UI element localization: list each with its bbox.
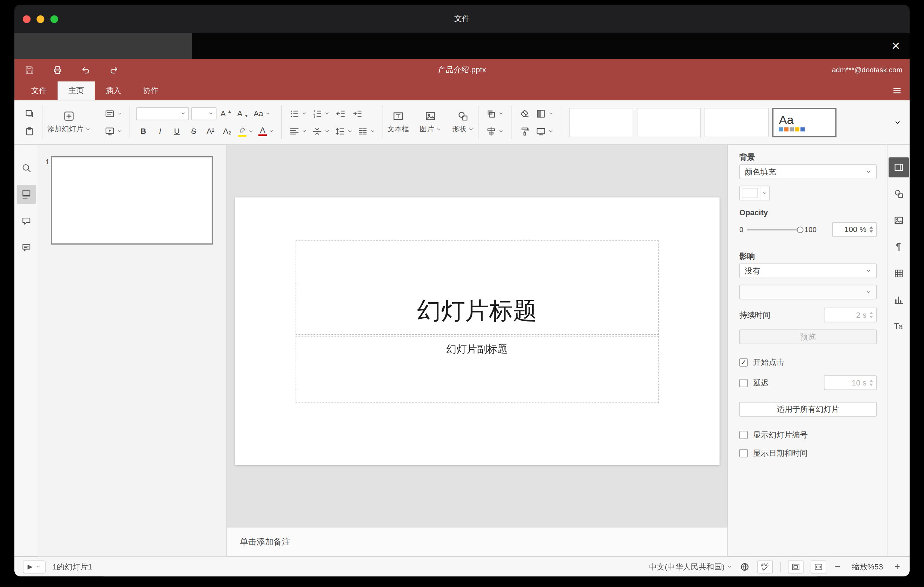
apply-to-all-slides-button[interactable]: 适用于所有幻灯片 bbox=[739, 402, 876, 417]
insert-textbox-button[interactable]: 文本框 bbox=[385, 110, 411, 134]
duration-spinner[interactable]: 2 s bbox=[824, 308, 876, 322]
fit-width-button[interactable] bbox=[811, 560, 827, 573]
tab-file[interactable]: 文件 bbox=[20, 81, 58, 101]
background-panel bbox=[15, 33, 192, 59]
slide-size-button[interactable] bbox=[534, 124, 555, 138]
start-on-click-checkbox[interactable]: ✓ bbox=[739, 358, 748, 367]
zoom-out-button[interactable]: − bbox=[834, 561, 842, 572]
font-name-combo[interactable] bbox=[136, 107, 189, 120]
language-selector[interactable]: 中文(中华人民共和国) bbox=[649, 561, 732, 572]
clear-style-button[interactable] bbox=[518, 106, 532, 120]
opacity-spinner[interactable]: 100 % bbox=[832, 222, 876, 237]
paragraph-settings-button[interactable]: ¶ bbox=[888, 237, 909, 257]
strikeout-button[interactable]: S bbox=[186, 124, 201, 138]
text-art-settings-button[interactable]: Ta bbox=[888, 316, 909, 336]
italic-button[interactable]: I bbox=[153, 124, 167, 138]
divider bbox=[780, 561, 781, 572]
search-button[interactable] bbox=[16, 159, 36, 178]
slide-layout-button[interactable] bbox=[103, 106, 124, 120]
insert-image-button[interactable]: 图片 bbox=[417, 110, 444, 134]
comments-button[interactable] bbox=[16, 212, 36, 231]
show-datetime-checkbox[interactable]: ✓ bbox=[739, 449, 748, 457]
undo-button[interactable] bbox=[78, 63, 93, 78]
arrange-shape-button[interactable] bbox=[485, 106, 505, 120]
color-scheme-button[interactable] bbox=[534, 106, 555, 120]
image-settings-button[interactable] bbox=[888, 210, 909, 230]
show-slide-number-checkbox[interactable]: ✓ bbox=[739, 431, 748, 439]
change-case-button[interactable]: Aa bbox=[252, 106, 271, 120]
theme-tile-selected[interactable]: Aa bbox=[772, 107, 837, 137]
bullets-button[interactable] bbox=[288, 106, 308, 120]
opacity-slider-handle[interactable] bbox=[797, 226, 803, 233]
theme-tile[interactable] bbox=[569, 107, 633, 137]
decrease-indent-button[interactable] bbox=[333, 106, 348, 120]
decrease-font-button[interactable]: A▼ bbox=[236, 106, 250, 120]
delay-value: 10 s bbox=[852, 378, 866, 387]
chat-button[interactable] bbox=[16, 238, 36, 257]
superscript-button[interactable]: A² bbox=[203, 124, 218, 138]
insert-shape-button[interactable]: 形状 bbox=[450, 110, 476, 134]
shape-settings-button[interactable] bbox=[888, 184, 909, 204]
print-button[interactable] bbox=[50, 63, 65, 78]
font-color-button[interactable]: A bbox=[257, 124, 275, 138]
effect-type-select[interactable] bbox=[739, 285, 876, 300]
bold-button[interactable]: B bbox=[136, 124, 150, 138]
slide-thumbnail[interactable] bbox=[51, 156, 213, 245]
collapse-toolbar-button[interactable] bbox=[894, 119, 901, 126]
play-icon: ▶ bbox=[28, 563, 33, 571]
zoom-in-button[interactable]: + bbox=[893, 561, 901, 572]
slides-panel-button[interactable] bbox=[16, 185, 36, 204]
subscript-button[interactable]: A₂ bbox=[220, 124, 234, 138]
minimize-window-button[interactable] bbox=[36, 15, 44, 23]
start-slideshow-button[interactable] bbox=[103, 124, 124, 138]
theme-tile[interactable] bbox=[705, 107, 769, 137]
fit-slide-button[interactable] bbox=[788, 560, 804, 573]
tab-collaboration[interactable]: 协作 bbox=[132, 81, 169, 101]
increase-font-button[interactable]: A▲ bbox=[219, 106, 233, 120]
tab-insert[interactable]: 插入 bbox=[95, 81, 132, 101]
paste-button[interactable] bbox=[22, 124, 36, 138]
subtitle-placeholder[interactable]: 幻灯片副标题 bbox=[295, 336, 658, 403]
copy-button[interactable] bbox=[22, 106, 36, 120]
spellcheck-button[interactable]: ABC bbox=[757, 560, 773, 573]
close-window-button[interactable] bbox=[23, 15, 31, 23]
horizontal-align-button[interactable] bbox=[288, 124, 308, 138]
table-settings-button[interactable] bbox=[888, 263, 909, 283]
close-modal-button[interactable]: × bbox=[892, 39, 900, 53]
chevron-down-icon bbox=[248, 129, 254, 134]
title-placeholder[interactable]: 幻灯片标题 bbox=[295, 241, 658, 335]
add-slide-button[interactable]: 添加幻灯片 bbox=[45, 110, 93, 134]
copy-style-button[interactable] bbox=[518, 124, 532, 138]
redo-button[interactable] bbox=[106, 63, 122, 78]
underline-button[interactable]: U bbox=[170, 124, 184, 138]
view-settings-button[interactable] bbox=[892, 81, 903, 101]
notes-area[interactable]: 单击添加备注 bbox=[227, 527, 728, 556]
fill-type-select[interactable]: 颜色填充 bbox=[739, 164, 876, 179]
chart-settings-button[interactable] bbox=[888, 290, 909, 310]
window-title: 文件 bbox=[454, 14, 470, 24]
vertical-align-button[interactable] bbox=[311, 124, 331, 138]
highlight-color-button[interactable] bbox=[237, 124, 255, 138]
delay-checkbox[interactable]: ✓ bbox=[739, 379, 748, 387]
paragraph-icon: ¶ bbox=[896, 242, 901, 252]
preview-button[interactable]: 预览 bbox=[739, 329, 876, 344]
delay-spinner[interactable]: 10 s bbox=[824, 375, 876, 390]
increase-indent-button[interactable] bbox=[350, 106, 365, 120]
tab-home[interactable]: 主页 bbox=[58, 81, 95, 101]
effect-select[interactable]: 没有 bbox=[739, 263, 876, 278]
theme-tile[interactable] bbox=[637, 107, 701, 137]
font-size-combo[interactable] bbox=[191, 107, 216, 120]
numbering-button[interactable]: 123 bbox=[311, 106, 331, 120]
maximize-window-button[interactable] bbox=[50, 15, 58, 23]
chevron-down-icon bbox=[302, 111, 307, 116]
globe-icon[interactable] bbox=[739, 561, 750, 572]
start-slideshow-status-button[interactable]: ▶ bbox=[23, 560, 46, 573]
align-shape-button[interactable] bbox=[485, 124, 505, 138]
slide-settings-button[interactable] bbox=[888, 157, 909, 177]
columns-button[interactable] bbox=[356, 124, 377, 138]
save-button[interactable] bbox=[21, 63, 37, 78]
background-color-picker[interactable] bbox=[739, 186, 770, 201]
letter: A bbox=[221, 109, 226, 118]
opacity-slider[interactable] bbox=[747, 229, 801, 230]
line-spacing-button[interactable] bbox=[333, 124, 354, 138]
